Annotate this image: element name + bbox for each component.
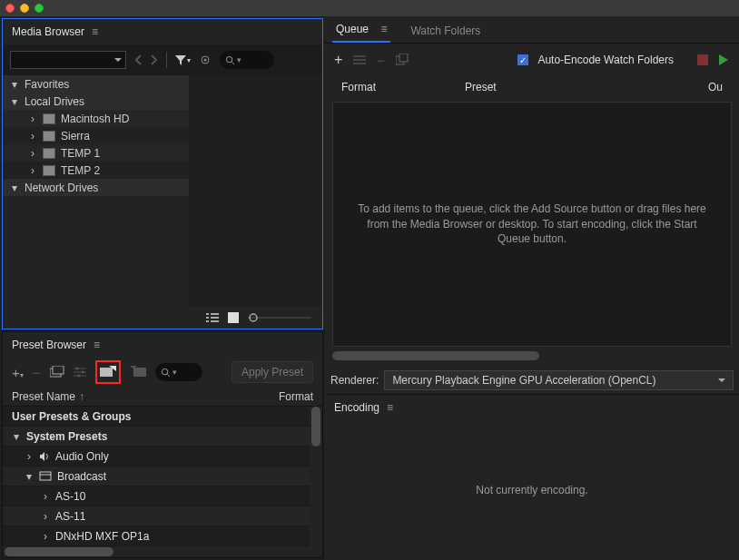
panel-menu-icon[interactable]: ≡ [92, 25, 98, 38]
list-view-icon[interactable] [206, 312, 219, 323]
preset-row-user[interactable]: User Presets & Groups [3, 407, 322, 427]
queue-empty-text: To add items to the queue, click the Add… [355, 201, 709, 247]
tree-item[interactable]: › TEMP 2 [3, 162, 189, 179]
queue-scrollbar-h[interactable] [332, 350, 732, 361]
svg-line-3 [232, 62, 234, 64]
apply-preset-button[interactable]: Apply Preset [232, 361, 313, 383]
preset-row-as10[interactable]: › AS-10 [3, 486, 322, 506]
stop-queue-icon[interactable] [697, 54, 708, 65]
chevron-right-icon: › [28, 164, 37, 177]
scroll-thumb[interactable] [311, 407, 320, 447]
svg-rect-25 [40, 472, 51, 480]
svg-rect-8 [206, 320, 209, 322]
preset-row-broadcast[interactable]: ▾ Broadcast [3, 467, 322, 486]
preset-row-system[interactable]: ▾ System Presets [3, 427, 322, 447]
queue-drop-area[interactable]: To add items to the queue, click the Add… [332, 102, 732, 347]
preset-scrollbar-v[interactable] [310, 407, 322, 546]
preset-row-dnxhd[interactable]: › DNxHD MXF OP1a [3, 526, 322, 546]
preset-list: User Presets & Groups ▾ System Presets ›… [3, 407, 322, 546]
broadcast-icon [39, 471, 52, 481]
svg-rect-7 [211, 317, 219, 319]
zoom-window-button[interactable] [34, 4, 44, 13]
add-source-icon[interactable]: + [334, 52, 342, 68]
preset-settings-icon[interactable] [74, 367, 86, 378]
media-browser-tree: ▾ Favorites ▾ Local Drives › Macintosh H… [3, 75, 189, 307]
tree-local-drives[interactable]: ▾ Local Drives [3, 93, 189, 110]
queue-toolbar: + − ✓ Auto-Encode Watch Folders [325, 44, 739, 76]
panel-menu-icon[interactable]: ≡ [380, 23, 387, 35]
chevron-right-icon: › [41, 530, 50, 543]
minimize-window-button[interactable] [20, 4, 29, 13]
col-format[interactable]: Format [279, 390, 313, 403]
remove-icon[interactable]: − [377, 53, 385, 68]
svg-rect-32 [697, 54, 708, 65]
close-window-button[interactable] [5, 4, 15, 13]
tree-item[interactable]: › Sierra [3, 127, 189, 144]
remove-preset-icon[interactable]: − [33, 365, 41, 380]
tree-item[interactable]: › TEMP 1 [3, 144, 189, 162]
new-group-icon[interactable] [50, 366, 64, 378]
col-preset-name[interactable]: Preset Name [12, 390, 75, 403]
drive-icon [43, 165, 55, 176]
preset-row-audio[interactable]: › Audio Only [3, 447, 322, 467]
nav-back-icon[interactable] [133, 54, 144, 65]
queue-columns: Format Preset Ou [325, 76, 739, 98]
chevron-down-icon: ▾ [10, 78, 19, 91]
media-browser-path-select[interactable] [10, 51, 126, 69]
scroll-thumb[interactable] [332, 351, 539, 360]
ingest-icon[interactable] [198, 54, 212, 65]
preset-browser-panel: Preset Browser ≡ +▾ − [2, 331, 323, 558]
queue-settings-icon[interactable] [353, 54, 366, 65]
tree-item[interactable]: › Macintosh HD [3, 110, 189, 127]
svg-point-2 [226, 56, 232, 62]
svg-rect-10 [228, 312, 239, 323]
duplicate-icon[interactable] [396, 54, 409, 66]
preset-browser-header: Preset Browser ≡ [3, 332, 322, 358]
start-queue-icon[interactable] [717, 54, 730, 66]
zoom-slider[interactable] [248, 312, 311, 323]
export-preset-icon[interactable] [130, 366, 146, 378]
chevron-down-icon [718, 377, 725, 384]
nav-forward-icon[interactable] [148, 54, 159, 65]
scroll-thumb[interactable] [5, 547, 113, 556]
add-preset-icon[interactable]: +▾ [12, 365, 24, 380]
preset-scrollbar-h[interactable] [3, 546, 322, 557]
auto-encode-checkbox[interactable]: ✓ [517, 54, 528, 65]
thumbnail-view-icon[interactable] [228, 312, 239, 323]
panel-menu-icon[interactable]: ≡ [387, 401, 393, 414]
tab-watch-folders[interactable]: Watch Folders [407, 19, 484, 43]
svg-rect-6 [206, 317, 209, 319]
auto-encode-label: Auto-Encode Watch Folders [537, 54, 674, 66]
preset-search-input[interactable]: ▾ [155, 363, 202, 381]
chevron-down-icon: ▾ [25, 470, 34, 483]
renderer-select[interactable]: Mercury Playback Engine GPU Acceleration… [384, 370, 734, 390]
queue-tabs: Queue ≡ Watch Folders [325, 16, 739, 44]
media-browser-content [189, 75, 322, 307]
preset-column-headers: Preset Name ↑ Format [3, 387, 322, 407]
media-search-input[interactable]: ▾ [220, 51, 274, 69]
svg-rect-21 [100, 368, 113, 377]
encoding-status: Not currently encoding. [476, 484, 587, 496]
panel-menu-icon[interactable]: ≡ [94, 339, 100, 351]
chevron-right-icon: › [41, 490, 50, 503]
svg-rect-14 [53, 366, 64, 374]
media-browser-toolbar: ▾ ▾ [3, 44, 322, 75]
drive-icon [43, 131, 55, 142]
svg-point-20 [77, 375, 80, 378]
preset-browser-title: Preset Browser [12, 339, 86, 351]
svg-point-18 [75, 368, 78, 370]
tab-queue[interactable]: Queue ≡ [332, 17, 390, 43]
drive-icon [43, 113, 55, 124]
col-preset: Preset [465, 81, 708, 93]
svg-rect-5 [211, 313, 219, 315]
import-preset-icon[interactable] [95, 360, 121, 384]
filter-icon[interactable]: ▾ [174, 54, 191, 66]
renderer-label: Renderer: [330, 374, 379, 387]
svg-rect-4 [206, 313, 209, 315]
drive-icon [43, 148, 55, 159]
window-titlebar [0, 0, 739, 16]
tree-network-drives[interactable]: ▾ Network Drives [3, 179, 189, 196]
col-format: Format [341, 81, 465, 93]
tree-favorites[interactable]: ▾ Favorites [3, 75, 189, 93]
preset-row-as11[interactable]: › AS-11 [3, 506, 322, 526]
